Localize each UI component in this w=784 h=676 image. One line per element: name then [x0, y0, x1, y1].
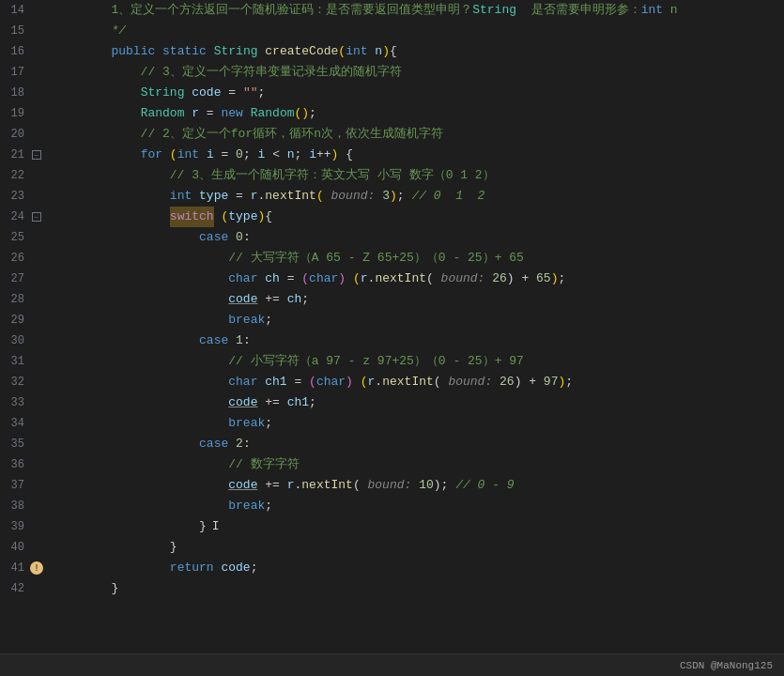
code-line-31: // 小写字符（a 97 - z 97+25）（0 - 25）+ 97: [53, 351, 784, 372]
code-line-34: break;: [53, 413, 784, 434]
gutter-42: [28, 578, 45, 599]
line-num-36: 36: [0, 454, 24, 475]
gutter-40: [28, 537, 45, 558]
gutter-17: [28, 62, 45, 83]
gutter-33: [28, 392, 45, 413]
gutter-28: [28, 289, 45, 310]
code-content[interactable]: 1、定义一个方法返回一个随机验证码：是否需要返回值类型申明？String 是否需…: [45, 0, 784, 653]
code-line-17: // 3、定义一个字符串变量记录生成的随机字符: [53, 62, 784, 83]
gutter-37: [28, 475, 45, 496]
code-line-22: // 3、生成一个随机字符：英文大写 小写 数字（0 1 2）: [53, 165, 784, 186]
line-num-34: 34: [0, 413, 24, 434]
line-num-16: 16: [0, 41, 24, 62]
gutter-34: [28, 413, 45, 434]
line-num-35: 35: [0, 434, 24, 454]
line-num-26: 26: [0, 248, 24, 269]
line-num-17: 17: [0, 62, 24, 83]
editor-container: 14 15 16 17 18 19 20 21 22 23 24 25 26 2…: [0, 0, 784, 676]
line-num-37: 37: [0, 475, 24, 496]
code-line-29: break;: [53, 310, 784, 330]
gutter-24[interactable]: −: [28, 207, 45, 227]
line-num-24: 24: [0, 207, 24, 227]
line-num-29: 29: [0, 310, 24, 330]
line-numbers: 14 15 16 17 18 19 20 21 22 23 24 25 26 2…: [0, 0, 28, 653]
code-line-30: case 1:: [53, 330, 784, 351]
code-line-36: // 数字字符: [53, 454, 784, 475]
line-num-23: 23: [0, 186, 24, 207]
code-line-21: for (int i = 0; i < n; i++) {: [53, 145, 784, 165]
gutter-18: [28, 83, 45, 103]
gutter-41: !: [28, 558, 45, 578]
code-line-26: // 大写字符（A 65 - Z 65+25）（0 - 25）+ 65: [53, 248, 784, 269]
code-text-14: 1、定义一个方法返回一个随机验证码：是否需要返回值类型申明？: [53, 0, 472, 21]
code-text-15: */: [53, 21, 126, 41]
cursor: I: [212, 516, 229, 537]
line-num-30: 30: [0, 330, 24, 351]
gutter-31: [28, 351, 45, 372]
gutter-23: [28, 186, 45, 207]
code-line-28: code += ch;: [53, 289, 784, 310]
code-line-38: break;: [53, 496, 784, 516]
code-line-35: case 2:: [53, 434, 784, 454]
gutter-35: [28, 434, 45, 454]
line-num-15: 15: [0, 21, 24, 41]
line-num-40: 40: [0, 537, 24, 558]
gutter-22: [28, 165, 45, 186]
line-num-31: 31: [0, 351, 24, 372]
gutter-27: [28, 269, 45, 289]
code-line-15: */: [53, 21, 784, 41]
line-num-22: 22: [0, 165, 24, 186]
line-num-42: 42: [0, 578, 24, 599]
line-num-33: 33: [0, 392, 24, 413]
code-line-16: public static String createCode(int n){: [53, 41, 784, 62]
line-num-41: 41: [0, 558, 24, 578]
code-line-20: // 2、定义一个for循环，循环n次，依次生成随机字符: [53, 124, 784, 145]
line-num-18: 18: [0, 83, 24, 103]
line-num-38: 38: [0, 496, 24, 516]
code-line-19: Random r = new Random();: [53, 103, 784, 124]
gutter-25: [28, 227, 45, 248]
code-line-18: String code = "";: [53, 83, 784, 103]
gutter-30: [28, 330, 45, 351]
line-num-20: 20: [0, 124, 24, 145]
code-line-42: }: [53, 578, 784, 599]
code-line-37: code += r.nextInt( bound: 10); // 0 - 9: [53, 475, 784, 496]
gutter-32: [28, 372, 45, 392]
gutter-38: [28, 496, 45, 516]
code-line-32: char ch1 = (char) (r.nextInt( bound: 26)…: [53, 372, 784, 392]
code-area: 14 15 16 17 18 19 20 21 22 23 24 25 26 2…: [0, 0, 784, 653]
code-line-39: } I: [53, 516, 784, 537]
code-line-41: return code;: [53, 558, 784, 578]
line-num-14: 14: [0, 0, 24, 21]
line-num-39: 39: [0, 516, 24, 537]
line-num-19: 19: [0, 103, 24, 124]
warning-icon-41: !: [30, 561, 43, 575]
code-line-40: }: [53, 537, 784, 558]
gutter-29: [28, 310, 45, 330]
footer-bar: CSDN @MaNong125: [0, 653, 784, 676]
gutter-36: [28, 454, 45, 475]
watermark: CSDN @MaNong125: [680, 660, 773, 671]
gutter-16: [28, 41, 45, 62]
line-num-27: 27: [0, 269, 24, 289]
fold-icon-24[interactable]: −: [32, 212, 41, 222]
code-line-24: switch (type){: [53, 207, 784, 227]
line-num-21: 21: [0, 145, 24, 165]
code-line-23: int type = r.nextInt( bound: 3); // 0 1 …: [53, 186, 784, 207]
fold-icon-21[interactable]: −: [32, 150, 41, 160]
gutter-20: [28, 124, 45, 145]
code-line-14: 1、定义一个方法返回一个随机验证码：是否需要返回值类型申明？String 是否需…: [53, 0, 784, 21]
gutter-19: [28, 103, 45, 124]
gutter-21[interactable]: −: [28, 145, 45, 165]
gutter: − − !: [28, 0, 45, 653]
line-num-28: 28: [0, 289, 24, 310]
line-num-32: 32: [0, 372, 24, 392]
code-line-27: char ch = (char) (r.nextInt( bound: 26) …: [53, 269, 784, 289]
line-num-25: 25: [0, 227, 24, 248]
gutter-39: [28, 516, 45, 537]
code-line-33: code += ch1;: [53, 392, 784, 413]
gutter-15: [28, 21, 45, 41]
gutter-26: [28, 248, 45, 269]
gutter-14: [28, 0, 45, 21]
code-line-25: case 0:: [53, 227, 784, 248]
